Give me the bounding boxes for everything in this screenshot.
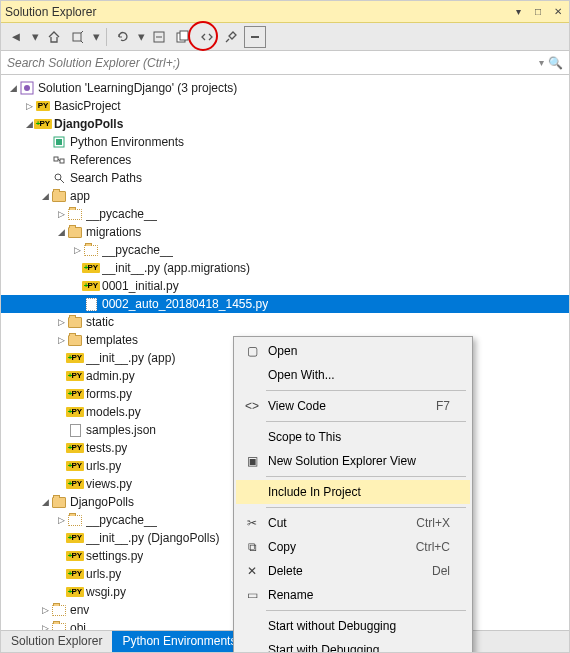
expander-icon[interactable]: ▷: [23, 101, 35, 111]
expander-icon[interactable]: ◢: [55, 227, 67, 237]
tree-item-label: views.py: [86, 477, 132, 491]
context-menu-item[interactable]: ⧉CopyCtrl+C: [236, 535, 470, 559]
tree-item[interactable]: ▷static: [1, 313, 569, 331]
expander-icon[interactable]: ▷: [71, 245, 83, 255]
svg-line-14: [60, 179, 64, 183]
forward-button[interactable]: ▾: [29, 26, 41, 48]
expander-icon[interactable]: ▷: [55, 317, 67, 327]
context-item-icon: ⧉: [240, 540, 264, 554]
context-item-icon: ✂: [240, 516, 264, 530]
tree-item-label: DjangoPolls: [70, 495, 134, 509]
refresh-button[interactable]: [112, 26, 134, 48]
tree-item[interactable]: ◢app: [1, 187, 569, 205]
tree-item-label: Solution 'LearningDjango' (3 projects): [38, 81, 237, 95]
context-menu-item[interactable]: ▢Open: [236, 339, 470, 363]
tree-item-label: __pycache__: [86, 513, 157, 527]
context-menu-item[interactable]: ▣New Solution Explorer View: [236, 449, 470, 473]
tree-item[interactable]: ◢PYDjangoPolls: [1, 115, 569, 133]
show-all-files-button[interactable]: [172, 26, 194, 48]
tree-item-label: References: [70, 153, 131, 167]
tab-python-environments[interactable]: Python Environments: [112, 631, 246, 652]
expander-icon[interactable]: ◢: [39, 497, 51, 507]
tree-item-label: urls.py: [86, 567, 121, 581]
tree-item-label: env: [70, 603, 89, 617]
context-menu-item[interactable]: ✂CutCtrl+X: [236, 511, 470, 535]
tree-item[interactable]: Python Environments: [1, 133, 569, 151]
tree-item-label: admin.py: [86, 369, 135, 383]
context-item-icon: <>: [240, 399, 264, 413]
preview-button[interactable]: [244, 26, 266, 48]
tree-item[interactable]: 0002_auto_20180418_1455.py: [1, 295, 569, 313]
tree-item-label: samples.json: [86, 423, 156, 437]
window-close-button[interactable]: ✕: [551, 5, 565, 19]
context-separator: [266, 507, 466, 508]
tree-item-label: tests.py: [86, 441, 127, 455]
sync-dropdown[interactable]: ▾: [91, 26, 101, 48]
window-dropdown-button[interactable]: ▾: [511, 5, 525, 19]
context-menu-item[interactable]: Scope to This: [236, 425, 470, 449]
expander-icon[interactable]: ◢: [7, 83, 19, 93]
expander-icon[interactable]: ◢: [39, 191, 51, 201]
expander-icon[interactable]: ▷: [39, 605, 51, 615]
tree-item[interactable]: PY0001_initial.py: [1, 277, 569, 295]
home-button[interactable]: [43, 26, 65, 48]
tree-item-label: BasicProject: [54, 99, 121, 113]
window-pin-button[interactable]: □: [531, 5, 545, 19]
tree-item[interactable]: ▷__pycache__: [1, 241, 569, 259]
context-item-shortcut: Ctrl+C: [416, 540, 450, 554]
tree-item[interactable]: PY__init__.py (app.migrations): [1, 259, 569, 277]
context-item-label: Copy: [264, 540, 416, 554]
tree-item-label: __init__.py (app): [86, 351, 175, 365]
tab-solution-explorer[interactable]: Solution Explorer: [1, 631, 112, 652]
tree-item-label: urls.py: [86, 459, 121, 473]
refresh-dropdown[interactable]: ▾: [136, 26, 146, 48]
context-item-icon: ▢: [240, 344, 264, 358]
context-menu: ▢OpenOpen With...<>View CodeF7Scope to T…: [233, 336, 473, 653]
context-menu-item[interactable]: ▭Rename: [236, 583, 470, 607]
toolbar: ◄ ▾ ▾ ▾: [1, 23, 569, 51]
context-separator: [266, 476, 466, 477]
context-menu-item[interactable]: ✕DeleteDel: [236, 559, 470, 583]
search-icon[interactable]: 🔍: [548, 56, 563, 70]
context-item-icon: ▭: [240, 588, 264, 602]
tree-item-label: models.py: [86, 405, 141, 419]
tree-item[interactable]: ◢migrations: [1, 223, 569, 241]
context-separator: [266, 421, 466, 422]
view-code-button[interactable]: [196, 26, 218, 48]
svg-rect-10: [54, 157, 58, 161]
svg-rect-4: [180, 31, 188, 40]
tree-item-label: forms.py: [86, 387, 132, 401]
context-item-label: View Code: [264, 399, 436, 413]
context-menu-item[interactable]: Open With...: [236, 363, 470, 387]
tree-item[interactable]: ◢Solution 'LearningDjango' (3 projects): [1, 79, 569, 97]
tree-item-label: app: [70, 189, 90, 203]
context-menu-item[interactable]: Start with Debugging: [236, 638, 470, 653]
context-item-label: Scope to This: [264, 430, 450, 444]
search-input[interactable]: [7, 56, 535, 70]
tree-item[interactable]: References: [1, 151, 569, 169]
tree-item[interactable]: ▷__pycache__: [1, 205, 569, 223]
tree-item[interactable]: ▷PYBasicProject: [1, 97, 569, 115]
tree-item-label: Python Environments: [70, 135, 184, 149]
tree-item-label: 0002_auto_20180418_1455.py: [102, 297, 268, 311]
sync-button[interactable]: [67, 26, 89, 48]
expander-icon[interactable]: ▷: [55, 335, 67, 345]
properties-button[interactable]: [220, 26, 242, 48]
tree-item-label: __init__.py (app.migrations): [102, 261, 250, 275]
context-menu-item[interactable]: Include In Project: [236, 480, 470, 504]
back-button[interactable]: ◄: [5, 26, 27, 48]
context-item-label: Open With...: [264, 368, 450, 382]
context-menu-item[interactable]: Start without Debugging: [236, 614, 470, 638]
context-item-label: Delete: [264, 564, 432, 578]
tree-item-label: settings.py: [86, 549, 143, 563]
expander-icon[interactable]: ▷: [55, 209, 67, 219]
expander-icon[interactable]: ▷: [55, 515, 67, 525]
collapse-all-button[interactable]: [148, 26, 170, 48]
context-menu-item[interactable]: <>View CodeF7: [236, 394, 470, 418]
tree-item-label: migrations: [86, 225, 141, 239]
window-title: Solution Explorer: [5, 5, 96, 19]
context-item-label: Start with Debugging: [264, 643, 450, 653]
context-item-label: Open: [264, 344, 450, 358]
tree-item[interactable]: Search Paths: [1, 169, 569, 187]
search-dropdown-icon[interactable]: ▾: [535, 57, 548, 68]
